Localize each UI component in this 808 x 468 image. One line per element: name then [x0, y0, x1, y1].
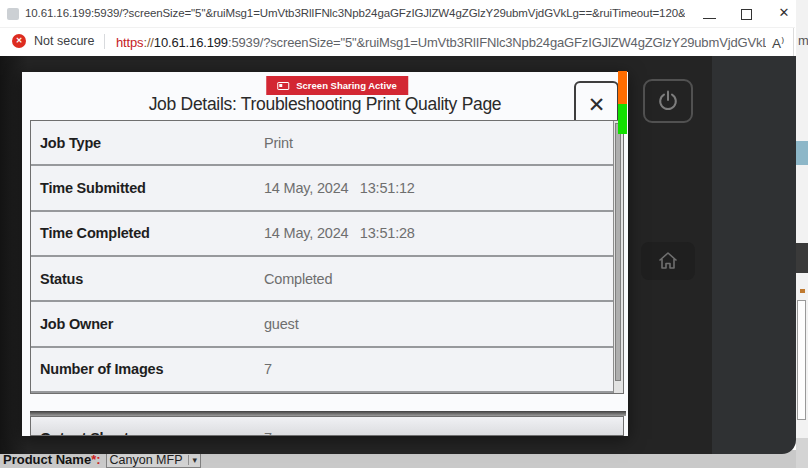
home-button[interactable]	[641, 242, 695, 280]
table-row: Number of Images 7	[31, 348, 623, 393]
row-value: 7	[264, 430, 272, 436]
row-label: Time Completed	[31, 225, 264, 241]
table-row: Status Completed	[31, 257, 623, 302]
remote-ui-viewport: Product Name*: Canyon MFP ▾ Screen Shari…	[0, 56, 796, 468]
job-details-table: Job Type Print Time Submitted 14 May, 20…	[30, 120, 624, 394]
clipped-text: m	[798, 33, 808, 48]
read-aloud-icon[interactable]: A⁾	[772, 35, 784, 51]
sliver-orange-dot	[800, 289, 805, 293]
table-scrollbar[interactable]	[613, 121, 623, 393]
row-label: Output Sheets	[31, 430, 264, 436]
row-label: Status	[31, 271, 264, 287]
product-name-label: Product Name	[3, 452, 91, 467]
tab-title[interactable]: 10.61.16.199:5939/?screenSize="5"&ruiMsg…	[25, 7, 685, 19]
sliver-gray-block	[796, 438, 808, 468]
row-label: Job Type	[31, 135, 264, 151]
row-value: Print	[264, 135, 293, 151]
status-led-green	[618, 104, 627, 134]
sliver-highlight	[796, 141, 808, 165]
row-label: Number of Images	[31, 361, 264, 377]
status-led-orange	[618, 71, 627, 104]
row-value: 14 May, 2024 13:51:28	[264, 225, 415, 241]
power-icon	[656, 89, 680, 113]
window-maximize-button[interactable]	[741, 9, 752, 20]
table-row: Time Completed 14 May, 2024 13:51:28	[31, 212, 623, 257]
screen-sharing-label: Screen Sharing Active	[296, 80, 397, 91]
sliver-dark-block	[796, 243, 808, 273]
row-value: 14 May, 2024 13:51:12	[264, 180, 415, 196]
browser-tab-bar: 10.61.16.199:5939/?screenSize="5"&ruiMsg…	[0, 0, 795, 28]
product-name-value: Canyon MFP	[110, 453, 183, 467]
row-label: Job Owner	[31, 316, 264, 332]
window-close-button[interactable]: ✕	[775, 5, 793, 20]
dropdown-arrow-icon: ▾	[188, 455, 197, 465]
screen-sharing-badge: Screen Sharing Active	[266, 76, 408, 95]
not-secure-label: Not secure	[34, 34, 94, 48]
not-secure-icon: ✕	[12, 34, 26, 48]
status-led-strip	[618, 71, 627, 134]
site-security-chip[interactable]: ✕ Not secure	[12, 34, 94, 48]
table-row: Job Type Print	[31, 121, 623, 166]
table-row: Time Submitted 14 May, 2024 13:51:12	[31, 166, 623, 211]
row-value: guest	[264, 316, 298, 332]
row-label: Time Submitted	[31, 180, 264, 196]
device-panel-bezel	[712, 56, 796, 454]
required-marker: *:	[91, 452, 100, 467]
url-host: 10.61.16.199	[154, 35, 228, 50]
address-bar-divider	[104, 34, 105, 49]
scrollbar-thumb[interactable]	[615, 123, 621, 381]
table-row-clipped: Output Sheets 7	[30, 416, 624, 436]
power-button[interactable]	[643, 79, 693, 123]
window-minimize-button[interactable]	[703, 18, 716, 19]
background-window-sliver: m	[796, 0, 808, 468]
url-path: :5939/?screenSize="5"&ruiMsg1=UmVtb3RlIF…	[228, 35, 766, 50]
url-input[interactable]: https://10.61.16.199:5939/?screenSize="5…	[116, 35, 766, 50]
row-value: 7	[264, 361, 272, 377]
url-scheme-separator: ://	[143, 35, 153, 50]
home-icon	[656, 249, 680, 273]
job-details-dialog: Screen Sharing Active Job Details: Troub…	[22, 72, 628, 436]
tab-favicon-icon	[7, 8, 19, 20]
product-name-select[interactable]: Canyon MFP ▾	[106, 452, 201, 468]
sliver-outlined-box	[797, 300, 806, 420]
address-bar: ✕ Not secure https://10.61.16.199:5939/?…	[0, 28, 795, 56]
row-value: Completed	[264, 271, 332, 287]
table-row: Output Sheets 7	[31, 417, 623, 436]
table-row: Job Owner guest	[31, 302, 623, 347]
screen-share-icon	[277, 82, 289, 90]
url-scheme: https	[116, 35, 143, 50]
